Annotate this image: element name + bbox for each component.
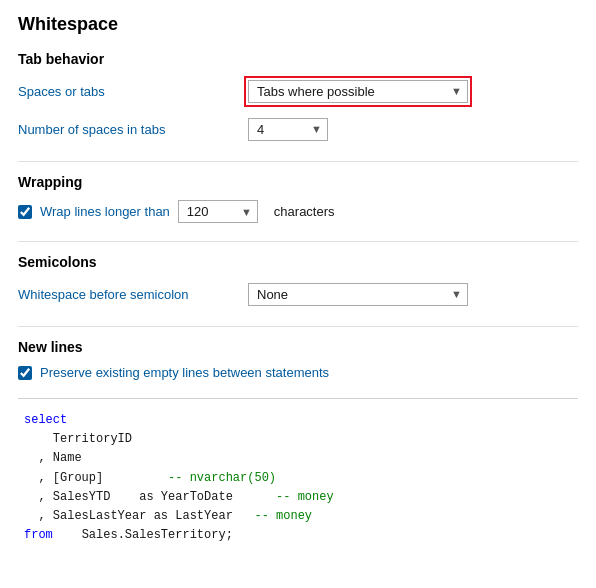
spaces-or-tabs-row: Spaces or tabs Tabs where possible Space…: [18, 77, 578, 105]
code-bracket-group: , [Group]: [38, 471, 103, 485]
code-section: select TerritoryID , Name , [Group] -- n…: [18, 398, 578, 549]
num-spaces-dropdown-wrapper: 4 2 8 ▼: [248, 118, 328, 141]
characters-label: characters: [274, 204, 335, 219]
new-lines-title: New lines: [18, 339, 578, 355]
code-preview: select TerritoryID , Name , [Group] -- n…: [18, 407, 578, 549]
wrap-lines-row: Wrap lines longer than 120 80 100 160 ▼ …: [18, 200, 578, 223]
spaces-or-tabs-select[interactable]: Tabs where possible Spaces Tabs: [248, 80, 468, 103]
code-id-territory: TerritoryID: [53, 432, 132, 446]
num-spaces-label: Number of spaces in tabs: [18, 122, 248, 137]
code-saleslastyear: , SalesLastYear as LastYear: [38, 509, 232, 523]
whitespace-semicolon-select[interactable]: None Space Newline: [248, 283, 468, 306]
tab-behavior-title: Tab behavior: [18, 51, 578, 67]
whitespace-semicolon-label: Whitespace before semicolon: [18, 287, 248, 302]
divider-1: [18, 161, 578, 162]
whitespace-semicolon-row: Whitespace before semicolon None Space N…: [18, 280, 578, 308]
wrap-lines-checkbox[interactable]: [18, 205, 32, 219]
page-title: Whitespace: [18, 14, 578, 35]
num-spaces-row: Number of spaces in tabs 4 2 8 ▼: [18, 115, 578, 143]
code-salesytd: , SalesYTD as YearToDate: [38, 490, 232, 504]
new-lines-section: New lines Preserve existing empty lines …: [18, 339, 578, 380]
num-spaces-select[interactable]: 4 2 8: [248, 118, 328, 141]
code-keyword-select: select: [24, 413, 67, 427]
wrapping-section: Wrapping Wrap lines longer than 120 80 1…: [18, 174, 578, 223]
preserve-lines-checkbox[interactable]: [18, 366, 32, 380]
semicolons-section: Semicolons Whitespace before semicolon N…: [18, 254, 578, 308]
code-keyword-from: from: [24, 528, 53, 542]
code-comment-money1: -- money: [276, 490, 334, 504]
preserve-lines-row: Preserve existing empty lines between st…: [18, 365, 578, 380]
wrap-lines-label[interactable]: Wrap lines longer than: [40, 204, 170, 219]
code-comma-name: , Name: [38, 451, 81, 465]
code-from-table: Sales.SalesTerritory;: [82, 528, 233, 542]
tab-behavior-section: Tab behavior Spaces or tabs Tabs where p…: [18, 51, 578, 143]
preserve-lines-label[interactable]: Preserve existing empty lines between st…: [40, 365, 329, 380]
page-container: Whitespace Tab behavior Spaces or tabs T…: [0, 0, 596, 559]
wrap-value-dropdown-wrapper: 120 80 100 160 ▼: [178, 200, 258, 223]
divider-3: [18, 326, 578, 327]
wrapping-title: Wrapping: [18, 174, 578, 190]
code-comment-money2: -- money: [254, 509, 312, 523]
wrap-value-select[interactable]: 120 80 100 160: [178, 200, 258, 223]
semicolons-title: Semicolons: [18, 254, 578, 270]
code-comment-nvarchar: -- nvarchar(50): [168, 471, 276, 485]
spaces-or-tabs-dropdown-wrapper: Tabs where possible Spaces Tabs ▼: [248, 80, 468, 103]
divider-2: [18, 241, 578, 242]
spaces-or-tabs-label: Spaces or tabs: [18, 84, 248, 99]
whitespace-semicolon-dropdown-wrapper: None Space Newline ▼: [248, 283, 468, 306]
